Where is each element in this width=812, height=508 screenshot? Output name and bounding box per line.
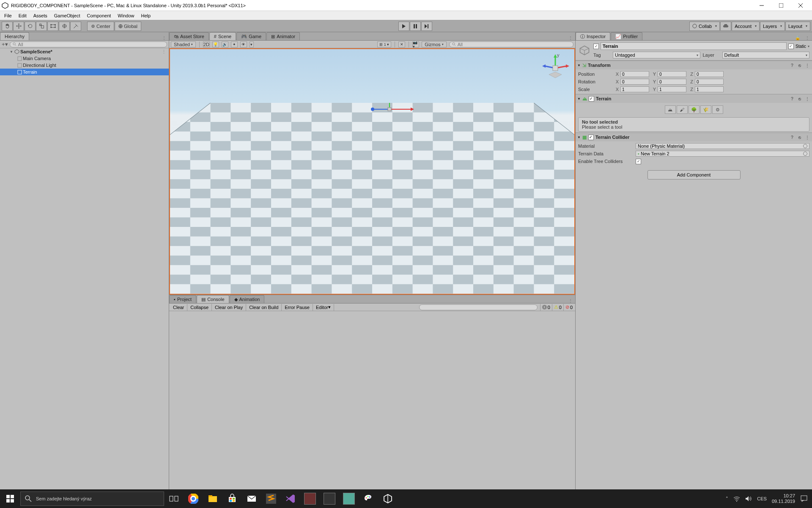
audio-toggle[interactable]: 🔊: [222, 41, 228, 47]
grid-toggle[interactable]: ⊞ 1 ▾: [377, 41, 391, 47]
draw-mode-dropdown[interactable]: Shaded: [171, 41, 196, 47]
rotation-y[interactable]: [658, 79, 686, 85]
menu-file[interactable]: File: [1, 12, 15, 19]
tray-clock[interactable]: 10:27 09.11.2019: [772, 493, 795, 504]
tray-volume-icon[interactable]: [745, 496, 752, 502]
layer-dropdown[interactable]: Default: [722, 52, 810, 58]
gizmos-dropdown[interactable]: Gizmos: [422, 41, 446, 47]
scale-tool-button[interactable]: [36, 22, 47, 31]
scene-tab[interactable]: #Scene: [209, 32, 236, 40]
help-icon[interactable]: ?: [789, 135, 795, 140]
collider-enabled-checkbox[interactable]: ✓: [588, 135, 594, 140]
scale-x[interactable]: [620, 86, 649, 92]
position-z[interactable]: [695, 71, 724, 77]
static-checkbox[interactable]: ✓: [788, 44, 794, 49]
taskbar-app2[interactable]: [320, 489, 339, 508]
task-view-button[interactable]: [164, 489, 184, 508]
hierarchy-item-camera[interactable]: Main Camera: [0, 55, 169, 62]
terrain-paint-button[interactable]: 🖌: [677, 105, 688, 114]
terrain-details-button[interactable]: 🌾: [700, 105, 711, 114]
taskbar-app1[interactable]: [300, 489, 320, 508]
clear-button[interactable]: Clear: [170, 304, 187, 311]
move-tool-button[interactable]: [13, 22, 24, 31]
menu-window[interactable]: Window: [114, 12, 137, 19]
tray-notifications-icon[interactable]: [800, 495, 808, 502]
rotation-x[interactable]: [620, 79, 649, 85]
fx-dropdown[interactable]: ▾: [250, 41, 254, 47]
custom-tool-button[interactable]: [70, 22, 81, 31]
hierarchy-search[interactable]: All: [10, 41, 167, 47]
help-icon[interactable]: ?: [789, 63, 795, 68]
rect-tool-button[interactable]: [47, 22, 58, 31]
project-tab[interactable]: ▪Project: [169, 295, 196, 303]
clear-on-play-toggle[interactable]: Clear on Play: [212, 304, 246, 311]
camera-toggle[interactable]: 📷▾: [412, 41, 419, 47]
transform-tool-button[interactable]: [59, 22, 70, 31]
panel-menu-icon[interactable]: ⋮: [566, 36, 575, 40]
panel-menu-icon[interactable]: ⋮: [566, 298, 575, 303]
layout-dropdown[interactable]: Layout: [785, 22, 810, 31]
taskbar-unity[interactable]: [378, 489, 398, 508]
close-button[interactable]: [791, 0, 810, 11]
hierarchy-tab[interactable]: Hierarchy: [0, 32, 29, 40]
tag-dropdown[interactable]: Untagged: [613, 52, 700, 58]
terrain-trees-button[interactable]: 🌳: [689, 105, 700, 114]
terrain-raise-button[interactable]: ⛰: [665, 105, 676, 114]
tool-toggle[interactable]: ✕: [398, 41, 405, 47]
taskbar-store[interactable]: [222, 489, 242, 508]
pivot-rotation-button[interactable]: Global: [115, 22, 141, 31]
warning-count[interactable]: ⚠0: [552, 304, 563, 311]
tray-ime[interactable]: CES: [757, 496, 767, 501]
create-dropdown[interactable]: +▾: [2, 41, 8, 47]
terrain-enabled-checkbox[interactable]: ✓: [589, 96, 594, 102]
info-count[interactable]: i0: [540, 304, 552, 311]
tree-colliders-checkbox[interactable]: ✓: [636, 159, 641, 164]
taskbar-vs[interactable]: [281, 489, 300, 508]
scale-z[interactable]: [695, 86, 724, 92]
taskbar-chrome[interactable]: [184, 489, 203, 508]
layers-dropdown[interactable]: Layers: [760, 22, 785, 31]
tray-chevron-icon[interactable]: ˄: [726, 496, 728, 502]
terrain-settings-button[interactable]: ⚙: [712, 105, 723, 114]
preset-icon[interactable]: ⎋: [797, 97, 803, 101]
position-x[interactable]: [620, 71, 649, 77]
preset-icon[interactable]: ⎋: [797, 63, 803, 68]
menu-icon[interactable]: ⋮: [804, 97, 810, 101]
menu-help[interactable]: Help: [137, 12, 154, 19]
scale-y[interactable]: [658, 86, 686, 92]
rotate-tool-button[interactable]: [25, 22, 36, 31]
gameobject-name-field[interactable]: Terrain: [601, 42, 787, 50]
clear-on-build-toggle[interactable]: Clear on Build: [246, 304, 282, 311]
panel-menu-icon[interactable]: ⋮: [803, 36, 812, 40]
object-picker-icon[interactable]: [803, 144, 807, 148]
menu-assets[interactable]: Assets: [30, 12, 51, 19]
menu-edit[interactable]: Edit: [15, 12, 30, 19]
play-button[interactable]: [398, 22, 409, 31]
scene-view[interactable]: y: [169, 48, 575, 295]
orientation-gizmo[interactable]: y: [540, 53, 570, 83]
taskbar-sublime[interactable]: [261, 489, 281, 508]
pivot-mode-button[interactable]: Center: [87, 22, 114, 31]
minimize-button[interactable]: [752, 0, 771, 11]
error-pause-toggle[interactable]: Error Pause: [282, 304, 313, 311]
material-field[interactable]: None (Physic Material): [636, 143, 809, 149]
lighting-toggle[interactable]: 💡: [212, 41, 219, 47]
menu-icon[interactable]: ⋮: [804, 135, 810, 140]
panel-lock-icon[interactable]: 🔒: [793, 36, 803, 40]
taskbar-paint[interactable]: [359, 489, 378, 508]
step-button[interactable]: [421, 22, 432, 31]
cloud-button[interactable]: [720, 22, 731, 31]
taskbar-search[interactable]: Sem zadejte hledaný výraz: [20, 491, 164, 506]
help-icon[interactable]: ?: [789, 97, 795, 101]
menu-component[interactable]: Component: [83, 12, 114, 19]
scene-row[interactable]: ▼ SampleScene* ⋮: [0, 48, 169, 55]
hidden-toggle[interactable]: 👁: [240, 41, 247, 47]
2d-toggle[interactable]: 2D: [203, 41, 210, 47]
scene-search[interactable]: All: [449, 41, 573, 47]
hierarchy-item-terrain[interactable]: Terrain: [0, 69, 169, 75]
account-dropdown[interactable]: Account: [732, 22, 760, 31]
hierarchy-item-light[interactable]: Directional Light: [0, 62, 169, 69]
terrain-collider-header[interactable]: ▼ ▦ ✓ Terrain Collider ? ⎋ ⋮: [576, 133, 812, 141]
fx-toggle[interactable]: ✦: [231, 41, 238, 47]
profiler-tab[interactable]: 📈Profiler: [611, 32, 642, 40]
